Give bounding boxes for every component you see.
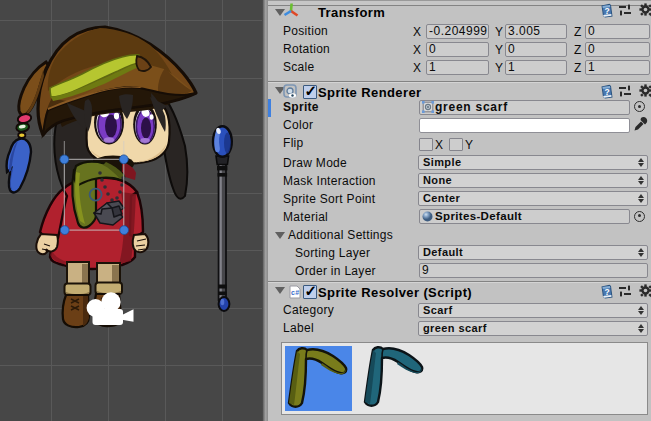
svg-text:?: ? <box>604 287 610 297</box>
svg-text:c#: c# <box>291 289 299 296</box>
svg-text:?: ? <box>604 87 610 97</box>
svg-text:?: ? <box>604 6 610 16</box>
